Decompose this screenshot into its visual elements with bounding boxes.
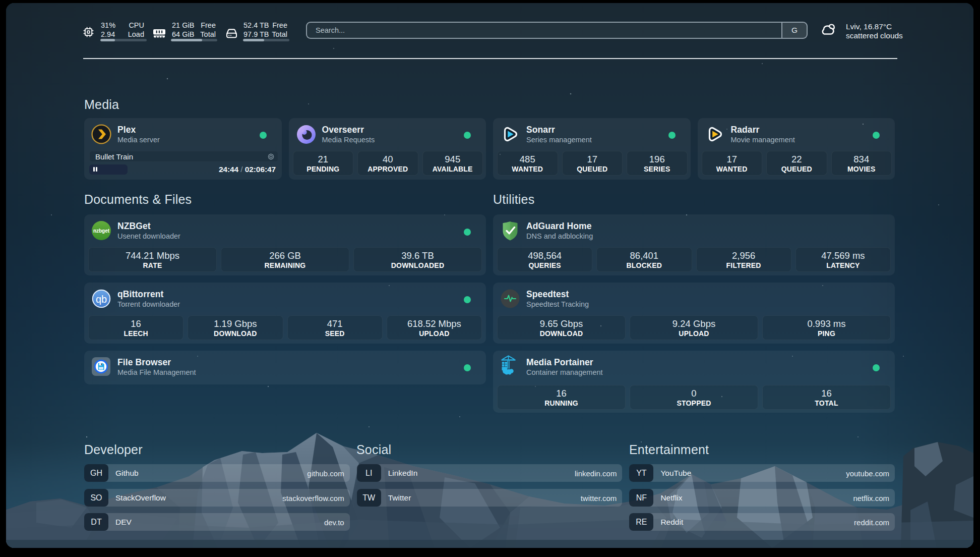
- svg-text:qb: qb: [96, 294, 107, 305]
- svg-text:nzbget: nzbget: [93, 228, 110, 234]
